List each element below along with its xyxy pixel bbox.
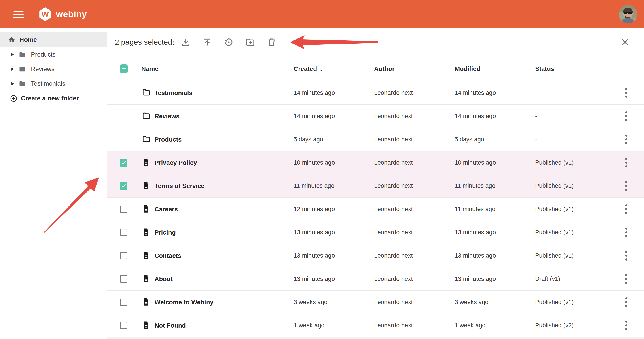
move-to-folder-button[interactable] (245, 37, 255, 48)
row-checkbox-checked[interactable] (120, 182, 128, 190)
column-header-name[interactable]: Name (141, 65, 294, 72)
sort-desc-icon: ↓ (320, 65, 323, 72)
row-menu-button[interactable] (623, 109, 630, 123)
row-name[interactable]: Welcome to Webiny (154, 299, 294, 306)
row-author: Leonardo next (374, 322, 454, 329)
expand-caret-icon[interactable] (11, 82, 14, 86)
row-created: 13 minutes ago (294, 252, 374, 259)
table-row[interactable]: Testimonials14 minutes agoLeonardo next1… (107, 82, 644, 105)
row-created: 5 days ago (294, 136, 374, 143)
webiny-logo[interactable]: W webiny (39, 8, 87, 21)
sidebar-folder-products[interactable]: Products (0, 47, 107, 62)
row-menu-button[interactable] (623, 226, 630, 240)
sidebar-home-label: Home (20, 36, 37, 44)
row-name[interactable]: Products (154, 136, 294, 143)
expand-caret-icon[interactable] (11, 52, 14, 56)
row-author: Leonardo next (374, 276, 454, 282)
page-document-icon (141, 250, 151, 260)
row-name[interactable]: Pricing (154, 229, 294, 236)
table-header-row: Name Created↓ Author Modified Status (107, 56, 644, 82)
webiny-logo-letter: W (42, 10, 49, 18)
row-name[interactable]: Contacts (154, 252, 294, 260)
row-status: Published (v1) (535, 182, 608, 190)
publish-button[interactable] (202, 37, 212, 48)
delete-button[interactable] (266, 37, 277, 48)
row-menu-button[interactable] (623, 272, 630, 286)
row-status: Published (v1) (535, 229, 608, 236)
row-menu-button[interactable] (623, 249, 630, 263)
column-header-author[interactable]: Author (374, 65, 454, 72)
row-menu-button[interactable] (623, 202, 630, 216)
row-created: 10 minutes ago (294, 159, 374, 166)
row-name[interactable]: Testimonials (154, 90, 294, 96)
page-document-icon (141, 181, 151, 190)
column-header-created[interactable]: Created↓ (294, 65, 374, 72)
table-row[interactable]: Products5 days agoLeonardo next5 days ag… (107, 128, 644, 151)
row-status: - (535, 90, 608, 96)
row-name[interactable]: Reviews (154, 113, 294, 120)
table-row[interactable]: About13 minutes agoLeonardo next13 minut… (107, 268, 644, 291)
page-document-icon (141, 227, 151, 237)
column-header-modified[interactable]: Modified (454, 65, 535, 72)
user-avatar[interactable] (619, 5, 637, 24)
page-document-icon (141, 297, 151, 307)
row-name[interactable]: Not Found (154, 322, 294, 329)
row-created: 11 minutes ago (294, 182, 374, 190)
page-document-icon (141, 204, 151, 214)
row-created: 12 minutes ago (294, 206, 374, 213)
check-icon (121, 183, 126, 189)
table-row[interactable]: Pricing13 minutes agoLeonardo next13 min… (107, 221, 644, 244)
move-to-folder-icon (245, 37, 255, 48)
table-row[interactable]: Welcome to Webiny3 weeks agoLeonardo nex… (107, 291, 644, 314)
row-created: 3 weeks ago (294, 299, 374, 306)
folder-icon (141, 88, 151, 97)
select-all-checkbox[interactable] (120, 64, 128, 73)
row-checkbox[interactable] (120, 206, 127, 213)
row-author: Leonardo next (374, 90, 454, 96)
circle-plus-icon (10, 94, 18, 102)
row-checkbox[interactable] (120, 275, 127, 283)
row-menu-button[interactable] (623, 295, 630, 309)
close-icon[interactable] (620, 37, 630, 48)
restore-icon (224, 37, 234, 48)
hamburger-menu-icon[interactable] (14, 10, 24, 18)
row-checkbox-checked[interactable] (120, 158, 128, 167)
row-menu-button[interactable] (623, 179, 630, 193)
create-folder-button[interactable]: Create a new folder (0, 91, 107, 106)
row-status: Published (v1) (535, 206, 608, 213)
table-row[interactable]: Not Found1 week agoLeonardo next1 week a… (107, 314, 644, 337)
row-checkbox[interactable] (120, 252, 127, 260)
row-menu-button[interactable] (623, 86, 630, 100)
row-checkbox[interactable] (120, 229, 127, 236)
sidebar-folder-testimonials[interactable]: Testimonials (0, 76, 107, 91)
row-modified: 13 minutes ago (454, 229, 535, 236)
row-author: Leonardo next (374, 136, 454, 143)
row-checkbox[interactable] (120, 298, 127, 306)
expand-caret-icon[interactable] (11, 67, 14, 71)
page-document-icon (141, 158, 151, 167)
row-name[interactable]: Terms of Service (154, 182, 294, 190)
delete-icon (266, 37, 277, 48)
row-menu-button[interactable] (623, 156, 630, 170)
row-name[interactable]: Privacy Policy (154, 159, 294, 166)
sidebar-item-home[interactable]: Home (0, 32, 107, 47)
table-row[interactable]: Reviews14 minutes agoLeonardo next14 min… (107, 105, 644, 128)
restore-button[interactable] (224, 37, 234, 48)
download-button[interactable] (181, 37, 191, 48)
table-row[interactable]: Careers12 minutes agoLeonardo next11 min… (107, 198, 644, 221)
sidebar-folder-reviews[interactable]: Reviews (0, 62, 107, 76)
column-header-status[interactable]: Status (535, 65, 608, 72)
bulk-actions-toolbar: 2 pages selected: (107, 28, 644, 56)
table-row[interactable]: Contacts13 minutes agoLeonardo next13 mi… (107, 244, 644, 268)
row-name[interactable]: About (154, 276, 294, 283)
row-menu-button[interactable] (623, 132, 630, 146)
row-checkbox[interactable] (120, 322, 127, 329)
row-menu-button[interactable] (623, 318, 630, 332)
row-name[interactable]: Careers (154, 206, 294, 213)
avatar-photo-icon (619, 5, 637, 24)
home-icon (8, 36, 16, 44)
table-row[interactable]: Privacy Policy10 minutes agoLeonardo nex… (107, 151, 644, 174)
row-modified: 10 minutes ago (454, 159, 535, 166)
table-row[interactable]: Terms of Service11 minutes agoLeonardo n… (107, 174, 644, 198)
row-modified: 1 week ago (454, 322, 535, 329)
